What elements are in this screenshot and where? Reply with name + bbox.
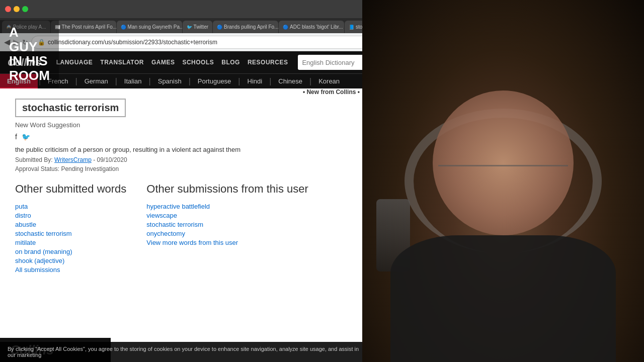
social-share: f 🐦 <box>15 133 352 141</box>
watermark-line4: ROOM <box>9 68 50 83</box>
lang-separator-5: | <box>188 74 192 88</box>
lang-italian[interactable]: Italian <box>118 74 148 88</box>
list-item: viewscape <box>146 211 308 220</box>
submitter-link[interactable]: WritersCramp <box>54 156 92 163</box>
user-word-link-1[interactable]: hyperactive battlefield <box>146 203 210 210</box>
facebook-icon[interactable]: f <box>15 133 17 141</box>
tab-label-4: Twitter <box>194 24 208 30</box>
tab-label-5: Brands pulling April Fo... <box>224 24 278 30</box>
other-submitted-section: Other submitted words puta distro abustl… <box>15 183 126 274</box>
cookie-bar: By clicking "Accept All Cookies", you ag… <box>0 342 367 362</box>
watermark: A GUY IN HIS ROOM <box>0 20 59 87</box>
watermark-line1: A <box>9 25 50 40</box>
word-subtitle: New Word Suggestion <box>15 121 352 129</box>
word-title: stochastic terrorism <box>15 99 126 117</box>
browser-tab-4[interactable]: 🐦 Twitter <box>183 21 212 33</box>
list-item: abustle <box>15 220 126 229</box>
user-word-link-2[interactable]: viewscape <box>146 212 177 219</box>
approval-label: Approval Status: <box>15 165 59 172</box>
search-container: 🔍 <box>298 55 367 70</box>
list-item: mitilate <box>15 238 126 247</box>
cookie-text: By clicking "Accept All Cookies", you ag… <box>8 346 359 358</box>
watermark-line3: IN HIS <box>9 54 50 68</box>
glasses-shape <box>438 138 568 167</box>
submitted-by-line: Submitted By: WritersCramp - 09/10/2020 <box>15 156 352 163</box>
new-from-collins-label: • New from Collins • <box>303 88 360 96</box>
search-input[interactable] <box>302 59 367 66</box>
submitted-date: - 09/10/2020 <box>93 156 127 163</box>
browser-tab-3[interactable]: 🔵 Man suing Gwyneth Pa... <box>117 21 182 33</box>
url-text: collinsdictionary.com/us/submission/2293… <box>48 39 217 46</box>
nav-blog[interactable]: BLOG <box>221 59 240 66</box>
lang-chinese[interactable]: Chinese <box>272 74 308 88</box>
nav-games[interactable]: GAMES <box>151 59 175 66</box>
browser-tab-6[interactable]: 🔵 ADC blasts 'bigot' Libr... <box>279 21 344 33</box>
lang-korean[interactable]: Korean <box>312 74 346 88</box>
nav-resources[interactable]: RESOURCES <box>248 59 288 66</box>
other-submitted-list: puta distro abustle stochastic terrorism… <box>15 202 126 274</box>
tab-icon-4: 🐦 <box>187 25 192 30</box>
main-nav: LANGUAGE TRANSLATOR GAMES SCHOOLS BLOG R… <box>56 59 288 66</box>
browser-tab-2[interactable]: 📰 The Post ruins April Fo... <box>51 21 116 33</box>
main-content: stochastic terrorism New Word Suggestion… <box>0 88 367 284</box>
user-word-link-3[interactable]: stochastic terrorism <box>146 221 203 228</box>
lang-separator-6: | <box>237 74 241 88</box>
submitted-word-link-7[interactable]: shook (adjective) <box>15 257 64 264</box>
list-item: All submissions <box>15 265 126 274</box>
tab-icon-6: 🔵 <box>283 25 288 30</box>
lang-separator-7: | <box>268 74 272 88</box>
other-user-heading: Other submissions from this user <box>146 183 308 196</box>
watermark-line2: GUY <box>9 40 50 54</box>
lang-separator-8: | <box>308 74 312 88</box>
other-user-section: Other submissions from this user hyperac… <box>146 183 308 274</box>
submitted-word-link-5[interactable]: mitilate <box>15 239 36 246</box>
submitted-word-link-1[interactable]: puta <box>15 203 28 210</box>
list-item: hyperactive battlefield <box>146 202 308 211</box>
submitted-word-link-4[interactable]: stochastic terrorism <box>15 230 72 237</box>
lang-separator-3: | <box>114 74 118 88</box>
all-submissions-link[interactable]: All submissions <box>15 266 60 274</box>
nav-schools[interactable]: SCHOOLS <box>182 59 214 66</box>
list-item: stochastic terrorism <box>15 229 126 238</box>
list-item: on brand (meaning) <box>15 247 126 256</box>
tab-label-2: The Post ruins April Fo... <box>62 24 116 30</box>
lang-separator-4: | <box>148 74 152 88</box>
lang-separator-2: | <box>74 74 78 88</box>
list-item: distro <box>15 211 126 220</box>
list-item: stochastic terrorism <box>146 220 308 229</box>
lang-german[interactable]: German <box>78 74 114 88</box>
view-more-link[interactable]: View more words from this user <box>146 239 238 246</box>
streamer-overlay <box>362 0 644 362</box>
lang-spanish[interactable]: Spanish <box>152 74 188 88</box>
submitted-word-link-6[interactable]: on brand (meaning) <box>15 248 72 255</box>
list-item: onychectomy <box>146 229 308 238</box>
submitted-word-link-3[interactable]: abustle <box>15 221 36 228</box>
list-item: puta <box>15 202 126 211</box>
submitted-by-label: Submitted By: <box>15 156 54 163</box>
list-item: View more words from this user <box>146 238 308 247</box>
submitted-word-link-2[interactable]: distro <box>15 212 31 219</box>
tab-icon-7: 📘 <box>349 25 354 30</box>
nav-language[interactable]: LANGUAGE <box>56 59 93 66</box>
other-user-list: hyperactive battlefield viewscape stocha… <box>146 202 308 247</box>
approval-status: Approval Status: Pending Investigation <box>15 165 352 172</box>
list-item: shook (adjective) <box>15 256 126 265</box>
body-shape <box>390 235 616 362</box>
streamer-video <box>362 0 644 362</box>
user-word-link-4[interactable]: onychectomy <box>146 230 185 237</box>
two-columns: Other submitted words puta distro abustl… <box>15 183 352 274</box>
tab-label-6: ADC blasts 'bigot' Libr... <box>290 24 343 30</box>
browser-tab-5[interactable]: 🔵 Brands pulling April Fo... <box>213 21 278 33</box>
tab-label-3: Man suing Gwyneth Pa... <box>128 24 182 30</box>
lang-hindi[interactable]: Hindi <box>242 74 269 88</box>
word-definition: the public criticism of a person or grou… <box>15 146 257 153</box>
tab-icon-5: 🔵 <box>217 25 222 30</box>
other-submitted-heading: Other submitted words <box>15 183 126 196</box>
nav-translator[interactable]: TRANSLATOR <box>100 59 144 66</box>
lang-portuguese[interactable]: Portuguese <box>192 74 237 88</box>
twitter-icon[interactable]: 🐦 <box>22 133 30 141</box>
approval-value: Pending Investigation <box>61 165 119 172</box>
tab-icon-3: 🔵 <box>121 25 126 30</box>
